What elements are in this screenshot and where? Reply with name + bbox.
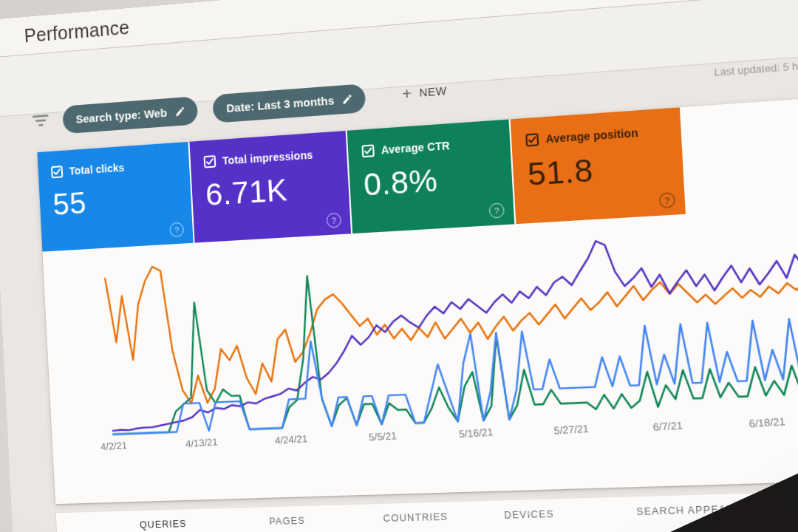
- metric-card-average-ctr[interactable]: Average CTR 0.8% ?: [347, 119, 516, 233]
- performance-chart-card: Total clicks 55 ? Total impressions 6.71…: [38, 93, 798, 504]
- help-icon[interactable]: ?: [327, 213, 342, 228]
- checkbox-checked-icon[interactable]: [204, 155, 216, 168]
- metric-label: Average CTR: [381, 139, 450, 156]
- help-icon[interactable]: ?: [659, 192, 675, 208]
- metric-value: 51.8: [527, 151, 594, 193]
- tab-countries[interactable]: COUNTRIES: [383, 511, 448, 524]
- checkbox-checked-icon[interactable]: [525, 133, 539, 146]
- chip-label: Search type: Web: [75, 106, 167, 125]
- search-console-screen: Performance Search type: Web Date: Last …: [0, 0, 798, 532]
- filter-list-icon[interactable]: [31, 112, 50, 129]
- filter-chip-date[interactable]: Date: Last 3 months: [212, 83, 366, 123]
- chip-label: Date: Last 3 months: [226, 94, 335, 115]
- help-icon[interactable]: ?: [488, 202, 504, 218]
- metric-value: 6.71K: [205, 172, 288, 214]
- edit-pencil-icon: [174, 106, 186, 118]
- metric-card-total-impressions[interactable]: Total impressions 6.71K ?: [189, 131, 352, 243]
- plus-icon: +: [402, 86, 413, 101]
- chart-plot-area: 4/2/21 4/13/21 4/24/21 5/5/21 5/16/21 5/…: [42, 200, 798, 481]
- metric-label: Average position: [545, 126, 638, 146]
- last-updated-text: Last updated: 5 hour: [714, 59, 798, 78]
- new-filter-label: NEW: [419, 84, 447, 99]
- help-icon[interactable]: ?: [169, 222, 184, 238]
- checkbox-checked-icon[interactable]: [51, 166, 63, 178]
- edit-pencil-icon: [341, 93, 353, 106]
- tab-queries[interactable]: QUERIES: [140, 519, 187, 531]
- tab-dates[interactable]: DATES: [789, 501, 798, 514]
- checkbox-checked-icon[interactable]: [361, 144, 375, 157]
- metric-card-average-position[interactable]: Average position 51.8 ?: [511, 107, 686, 224]
- photo-background: Performance Search type: Web Date: Last …: [0, 0, 798, 532]
- tab-pages[interactable]: PAGES: [269, 515, 305, 527]
- metric-value: 55: [52, 185, 87, 223]
- new-filter-button[interactable]: + NEW: [402, 83, 448, 100]
- metric-value: 0.8%: [363, 162, 439, 203]
- performance-chart: [42, 200, 798, 481]
- metric-label: Total impressions: [222, 149, 313, 167]
- filter-chip-search-type[interactable]: Search type: Web: [62, 96, 198, 134]
- page-title: Performance: [24, 16, 130, 47]
- tab-devices[interactable]: DEVICES: [504, 508, 554, 521]
- metric-card-total-clicks[interactable]: Total clicks 55 ?: [38, 142, 195, 252]
- tab-search-appearance[interactable]: SEARCH APPEARANCE: [636, 502, 768, 517]
- metric-label: Total clicks: [69, 161, 124, 177]
